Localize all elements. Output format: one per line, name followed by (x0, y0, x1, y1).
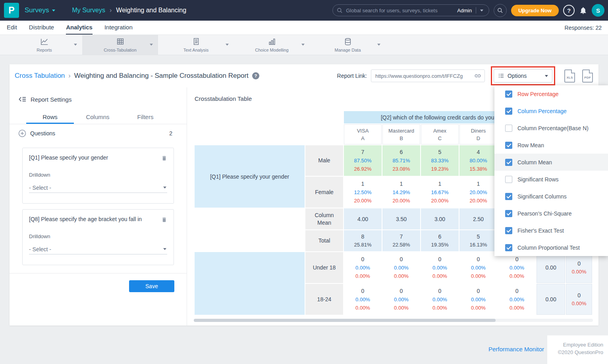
checkbox[interactable] (505, 227, 512, 234)
menu-item-row-mean[interactable]: Row Mean (494, 137, 608, 154)
tab-edit[interactable]: Edit (7, 21, 17, 35)
upgrade-now-button[interactable]: Upgrade Now (511, 5, 559, 16)
table-cell: 00.00%0.00% (382, 284, 420, 315)
menu-item-significant-rows[interactable]: Significant Rows (494, 171, 608, 188)
options-dropdown-menu: Row Percentage Column Percentage Column … (494, 85, 608, 256)
top-bar: P Surveys My Surveys › Weighting and Bal… (0, 0, 608, 21)
options-list-icon (498, 73, 504, 79)
tool-manage-data[interactable]: Manage Data (310, 35, 386, 55)
drilldown-select[interactable]: - Select - (29, 183, 167, 193)
export-xls-button[interactable]: XLS (564, 69, 575, 83)
chevron-down-icon[interactable] (301, 44, 305, 46)
checkbox[interactable] (505, 193, 512, 200)
search-scope-admin[interactable]: Admin (457, 8, 472, 13)
edition-label: Employee Edition (547, 341, 603, 349)
table-cell: 3.00 (421, 208, 459, 229)
cross-tabulation-breadcrumb-link[interactable]: Cross Tabulation (15, 72, 65, 80)
row-question-cell (195, 252, 305, 315)
logo-letter: P (8, 5, 14, 16)
chevron-down-icon[interactable] (480, 10, 483, 12)
table-cell: 116.67%20.00% (421, 177, 459, 208)
horizontal-scrollbar[interactable] (194, 319, 593, 322)
menu-item-significant-columns[interactable]: Significant Columns (494, 188, 608, 205)
menu-item-column-percentage[interactable]: Column Percentage (494, 102, 608, 119)
question-title: [Q1] Please specify your gender (29, 154, 161, 161)
menu-item-column-mean[interactable]: Column Mean (494, 154, 608, 171)
responses-count[interactable]: Responses: 22 (565, 25, 602, 31)
table-cell: 619.35% (421, 230, 459, 251)
document-chart-icon (192, 37, 201, 46)
help-icon[interactable]: ? (252, 72, 259, 79)
global-search-input[interactable] (346, 8, 455, 13)
menu-item-row-percentage[interactable]: Row Percentage (494, 85, 608, 102)
tab-analytics[interactable]: Analytics (66, 21, 93, 35)
table-cell: 480.00%15.38% (459, 145, 497, 176)
performance-monitor-link[interactable]: Performance Monitor (488, 346, 544, 352)
tab-distribute[interactable]: Distribute (29, 21, 54, 35)
add-question-icon[interactable] (18, 129, 26, 137)
checkbox[interactable] (505, 244, 512, 251)
table-cell: 516.13% (459, 230, 497, 251)
notifications-bell-icon[interactable] (579, 6, 587, 15)
report-url-input[interactable] (375, 73, 474, 79)
delete-icon[interactable] (161, 216, 167, 223)
checkbox[interactable] (505, 210, 512, 217)
product-switcher[interactable]: Surveys (25, 6, 55, 14)
row-question-cell: [Q1] Please specify your gender (195, 145, 305, 208)
questionpro-logo[interactable]: P (4, 3, 19, 18)
table-cell: 0.00 (537, 284, 565, 315)
table-cell: 2.50 (459, 208, 497, 229)
row-label: 18-24 (305, 284, 343, 315)
column-header: MastercardB (382, 124, 420, 144)
export-pdf-button[interactable]: PDF (582, 69, 593, 83)
report-link-field (371, 69, 485, 82)
options-button[interactable]: Options (494, 69, 552, 83)
drilldown-select[interactable]: - Select - (29, 244, 167, 254)
checkbox[interactable] (505, 108, 512, 115)
menu-item-column-proportional-test[interactable]: Column Proportional Test (494, 239, 608, 256)
report-settings-panel: Report Settings Rows Columns Filters Que… (10, 87, 187, 325)
scrollbar-thumb[interactable] (194, 319, 496, 322)
checkbox[interactable] (505, 125, 512, 132)
drilldown-label: Drilldown (29, 172, 167, 178)
table-cell: 0.00 (537, 252, 565, 283)
menu-item-pearsons-chi-square[interactable]: Pearson's Chi-Square (494, 205, 608, 222)
menu-item-fishers-exact-test[interactable]: Fisher's Exact Test (494, 222, 608, 239)
table-cell: 685.71%23.08% (382, 145, 420, 176)
link-icon[interactable] (474, 72, 481, 79)
delete-icon[interactable] (161, 155, 167, 162)
tool-text-analysis[interactable]: Text Analysis (158, 35, 234, 55)
tab-columns[interactable]: Columns (74, 111, 122, 124)
checkbox[interactable] (505, 159, 512, 166)
report-link-label: Report Link: (337, 73, 367, 79)
save-button[interactable]: Save (129, 280, 174, 292)
table-cell: 4.00 (344, 208, 382, 229)
tab-rows[interactable]: Rows (26, 111, 74, 124)
collapse-panel-icon[interactable] (18, 95, 26, 103)
crosstab-table-title: Crosstabulation Table (195, 95, 252, 102)
chevron-down-icon[interactable] (226, 44, 229, 46)
user-avatar[interactable]: S (592, 4, 604, 17)
chevron-down-icon[interactable] (74, 44, 77, 46)
tool-reports[interactable]: Reports (6, 35, 82, 55)
report-header: Cross Tabulation › Weighting and Balanci… (10, 64, 598, 87)
chevron-down-icon[interactable] (377, 44, 380, 46)
chevron-down-icon[interactable] (150, 44, 153, 46)
search-button[interactable] (494, 4, 507, 17)
copyright: ©2020 QuestionPro (547, 349, 603, 356)
help-button[interactable]: ? (563, 5, 575, 16)
question-title: [Q8] Please specify the age bracket you … (29, 216, 161, 222)
tab-integration[interactable]: Integration (104, 21, 133, 35)
checkbox[interactable] (505, 91, 512, 98)
menu-item-column-percentage-base-n[interactable]: Column Percentage(Base N) (494, 119, 608, 137)
chevron-down-icon (545, 75, 548, 77)
table-cell: 00.00%0.00% (498, 284, 536, 315)
global-search: Admin (332, 4, 489, 16)
tool-choice-modelling[interactable]: Choice Modelling (234, 35, 310, 55)
checkbox[interactable] (505, 176, 512, 183)
search-icon (337, 8, 343, 13)
tab-filters[interactable]: Filters (122, 111, 169, 124)
checkbox[interactable] (505, 142, 512, 149)
tool-cross-tabulation[interactable]: Cross-Tabulation (82, 35, 158, 55)
breadcrumb-my-surveys[interactable]: My Surveys (72, 7, 105, 14)
